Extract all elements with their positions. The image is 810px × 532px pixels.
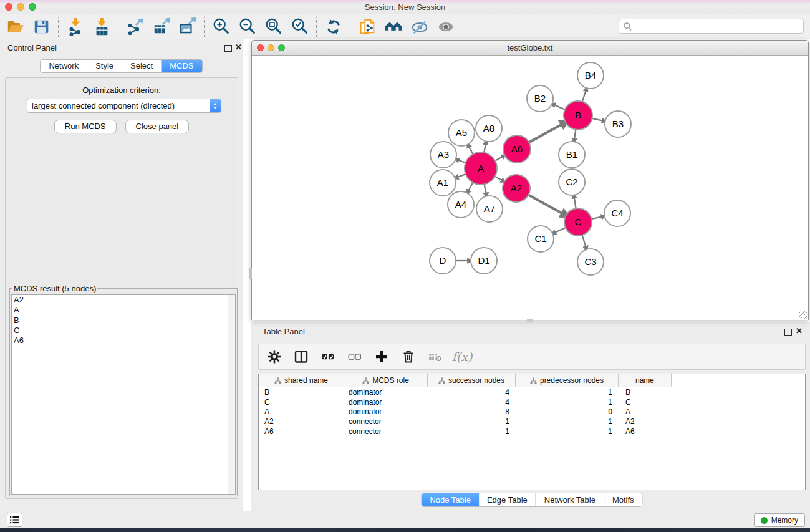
network-minimize-icon[interactable] bbox=[268, 44, 274, 51]
close-panel-icon[interactable]: ✕ bbox=[235, 42, 242, 52]
result-item[interactable]: A6 bbox=[12, 336, 235, 346]
tab-network[interactable]: Network bbox=[41, 60, 87, 72]
titlebar[interactable]: Session: New Session bbox=[0, 0, 810, 14]
result-scrollbar[interactable] bbox=[228, 295, 235, 494]
window-resize-grip[interactable] bbox=[799, 311, 807, 319]
save-icon[interactable] bbox=[32, 17, 51, 36]
tab-motifs[interactable]: Motifs bbox=[604, 493, 642, 506]
show-details-icon[interactable] bbox=[436, 17, 455, 36]
network-zoom-icon[interactable] bbox=[278, 44, 285, 51]
import-network-icon[interactable] bbox=[66, 17, 85, 36]
graph-node-B1[interactable]: B1 bbox=[559, 142, 585, 168]
close-table-panel-icon[interactable]: ✕ bbox=[796, 326, 803, 336]
zoom-fit-icon[interactable] bbox=[264, 17, 283, 36]
float-table-panel-icon[interactable] bbox=[784, 329, 792, 336]
desktop-vscroll-thumb[interactable] bbox=[249, 268, 252, 279]
graph-edge-C-C4[interactable] bbox=[592, 216, 605, 219]
search-input[interactable] bbox=[632, 21, 803, 31]
graph-node-B3[interactable]: B3 bbox=[605, 111, 631, 137]
graph-node-A[interactable]: A bbox=[465, 152, 497, 185]
graph-node-A2[interactable]: A2 bbox=[503, 175, 530, 202]
graph-node-C2[interactable]: C2 bbox=[559, 169, 585, 195]
graph-node-C3[interactable]: C3 bbox=[577, 249, 604, 275]
column-header-successor-nodes[interactable]: successor nodes bbox=[428, 374, 516, 387]
column-header-mcds-role[interactable]: MCDS role bbox=[344, 374, 428, 387]
import-table-icon[interactable] bbox=[92, 17, 111, 36]
tab-style[interactable]: Style bbox=[87, 60, 122, 72]
result-item[interactable]: A bbox=[12, 305, 235, 315]
result-item[interactable]: B bbox=[12, 316, 235, 326]
search-field[interactable] bbox=[619, 19, 804, 34]
home-icon[interactable] bbox=[384, 17, 403, 36]
graph-edge-C-C2[interactable] bbox=[574, 195, 576, 208]
graph-edge-A-A1[interactable] bbox=[455, 174, 466, 178]
tab-node-table[interactable]: Node Table bbox=[422, 493, 479, 506]
tab-edge-table[interactable]: Edge Table bbox=[479, 493, 536, 506]
float-panel-icon[interactable] bbox=[224, 45, 232, 52]
graph-edge-B-B1[interactable] bbox=[574, 130, 576, 142]
hide-details-icon[interactable] bbox=[410, 17, 429, 36]
graph-edge-A6-B[interactable] bbox=[529, 122, 567, 143]
column-header-shared-name[interactable]: shared name bbox=[259, 374, 344, 387]
graph-edge-A2-C[interactable] bbox=[528, 195, 567, 217]
graph-node-A7[interactable]: A7 bbox=[476, 196, 503, 222]
close-panel-button[interactable]: Close panel bbox=[125, 120, 190, 133]
delete-row-icon[interactable] bbox=[400, 349, 417, 365]
graph-node-D[interactable]: D bbox=[430, 248, 456, 274]
graph-node-C4[interactable]: C4 bbox=[604, 200, 630, 226]
graph-node-A5[interactable]: A5 bbox=[448, 120, 475, 146]
memory-button[interactable]: Memory bbox=[754, 513, 805, 527]
graph-edge-A-A8[interactable] bbox=[484, 141, 486, 153]
graph-edge-A-A3[interactable] bbox=[455, 159, 466, 163]
table-row[interactable]: Bdominator41B bbox=[259, 387, 805, 397]
zoom-window-icon[interactable] bbox=[29, 3, 36, 11]
result-item[interactable]: C bbox=[12, 326, 235, 336]
task-history-button[interactable] bbox=[7, 513, 22, 527]
graph-node-C[interactable]: C bbox=[564, 208, 592, 236]
graph-edge-B-B3[interactable] bbox=[592, 118, 606, 122]
graph-node-A6[interactable]: A6 bbox=[503, 135, 531, 163]
column-header-name[interactable]: name bbox=[619, 374, 672, 387]
table-row[interactable]: Cdominator41C bbox=[259, 397, 805, 407]
graph-edge-C-C1[interactable] bbox=[552, 228, 566, 234]
export-network-icon[interactable] bbox=[126, 17, 145, 36]
function-builder-icon[interactable]: f(x) bbox=[454, 349, 470, 365]
column-header-predecessor-nodes[interactable]: predecessor nodes bbox=[516, 374, 619, 387]
duplicate-network-icon[interactable] bbox=[358, 17, 377, 36]
network-graph[interactable]: AA6A2BCA5A8A3A1A4A7B2B4B3B1C2C4C1C3DD1 bbox=[252, 56, 808, 320]
mcds-result-list[interactable]: A2ABCA6 bbox=[11, 294, 236, 495]
open-folder-icon[interactable] bbox=[6, 17, 25, 36]
columns-icon[interactable] bbox=[293, 349, 309, 365]
tab-mcds[interactable]: MCDS bbox=[162, 60, 201, 72]
export-image-icon[interactable] bbox=[178, 17, 197, 36]
criterion-dropdown[interactable]: largest connected component (directed) bbox=[27, 99, 221, 113]
run-mcds-button[interactable]: Run MCDS bbox=[54, 120, 117, 133]
network-close-icon[interactable] bbox=[257, 44, 264, 51]
deselect-all-icon[interactable] bbox=[347, 349, 363, 365]
table-row[interactable]: A2connector11A2 bbox=[259, 417, 805, 427]
graph-node-D1[interactable]: D1 bbox=[471, 248, 497, 274]
graph-edge-A-A6[interactable] bbox=[495, 155, 506, 161]
table-row[interactable]: A6connector11A6 bbox=[259, 427, 805, 437]
gear-icon[interactable] bbox=[266, 349, 282, 365]
network-window-titlebar[interactable]: testGlobe.txt bbox=[252, 41, 808, 56]
graph-edge-A-A5[interactable] bbox=[468, 144, 473, 155]
network-canvas[interactable]: AA6A2BCA5A8A3A1A4A7B2B4B3B1C2C4C1C3DD1 bbox=[252, 56, 808, 320]
graph-node-B4[interactable]: B4 bbox=[577, 62, 604, 89]
graph-node-C1[interactable]: C1 bbox=[528, 226, 554, 252]
graph-edge-A-A7[interactable] bbox=[485, 184, 487, 196]
add-row-icon[interactable] bbox=[374, 349, 390, 365]
graph-node-B2[interactable]: B2 bbox=[527, 85, 553, 112]
zoom-selected-icon[interactable] bbox=[291, 17, 309, 36]
tab-select[interactable]: Select bbox=[122, 60, 162, 72]
close-window-icon[interactable] bbox=[5, 3, 12, 11]
graph-edge-B-B4[interactable] bbox=[582, 87, 587, 102]
graph-edge-A-A2[interactable] bbox=[495, 177, 505, 182]
result-item[interactable]: A2 bbox=[12, 295, 235, 305]
clear-table-icon[interactable] bbox=[427, 349, 443, 365]
graph-edge-B-B2[interactable] bbox=[551, 104, 565, 110]
graph-node-B[interactable]: B bbox=[564, 101, 592, 130]
desktop-hscroll-thumb[interactable] bbox=[527, 319, 533, 322]
tab-network-table[interactable]: Network Table bbox=[536, 493, 604, 506]
graph-node-A4[interactable]: A4 bbox=[448, 191, 474, 218]
